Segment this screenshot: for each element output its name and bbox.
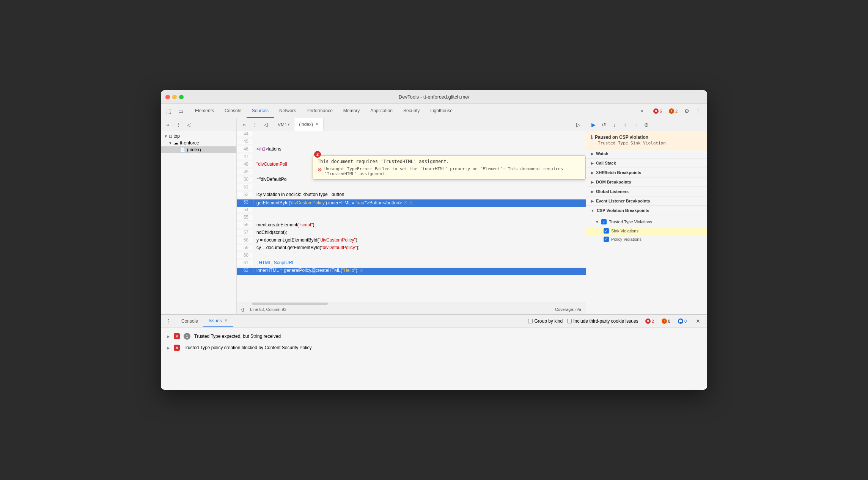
code-line-54: 54: [237, 207, 586, 215]
section-callstack-label: Call Stack: [596, 161, 616, 165]
tree-item-index[interactable]: 📄 (index): [161, 146, 236, 153]
navigate-icon[interactable]: ◁: [184, 120, 193, 129]
tab-elements[interactable]: Elements: [190, 104, 219, 118]
bottom-content: ▶ ✕ 1 Trusted Type expected, but String …: [161, 328, 707, 390]
run-snippet-icon[interactable]: ▷: [574, 120, 583, 129]
inspect-icon[interactable]: ⬚: [164, 107, 173, 116]
error-badge[interactable]: ✕ 6: [651, 108, 664, 115]
tab-application[interactable]: Application: [365, 104, 398, 118]
section-trusted-type[interactable]: ▼ ✓ Trusted Type Violations: [586, 217, 707, 227]
section-global[interactable]: ▶ Global Listeners: [586, 187, 707, 196]
third-party-checkbox[interactable]: [567, 319, 572, 323]
error-count: 6: [660, 109, 662, 113]
code-line-52: 52 icy violation in onclick: <button typ…: [237, 192, 586, 199]
section-global-label: Global Listeners: [596, 189, 629, 194]
three-dot-icon[interactable]: ⋮: [174, 120, 183, 129]
tree-item-tt-enforced[interactable]: ▼ ☁ tt-enforce: [161, 140, 236, 146]
deactivate-button[interactable]: ⊘: [642, 121, 651, 129]
tree-item-top[interactable]: ▼ □ top: [161, 133, 236, 140]
tab-issues-close[interactable]: ✕: [224, 318, 228, 323]
issue-badge-1: ✕: [174, 333, 180, 339]
close-bottom-panel-icon[interactable]: ✕: [693, 317, 703, 326]
step-button[interactable]: →: [632, 121, 640, 129]
group-by-kind-label[interactable]: Group by kind: [528, 318, 563, 324]
code-line-55: 55: [237, 215, 586, 222]
checkbox-trusted[interactable]: ✓: [601, 219, 607, 224]
scrollbar-thumb[interactable]: [252, 303, 328, 305]
code-line-58: 58 y = document.getElementById("divCusto…: [237, 237, 586, 245]
tab-lighthouse[interactable]: Lighthouse: [425, 104, 458, 118]
tab-console-bottom[interactable]: Console: [176, 315, 203, 327]
tab-issues-label: Issues: [209, 318, 222, 323]
issue-expand-2[interactable]: ▶: [167, 346, 170, 350]
checkbox-policy[interactable]: ✓: [604, 237, 609, 242]
tree-label-tt: tt-enforce: [180, 140, 199, 146]
code-line-56: 56 ment.createElement("script");: [237, 222, 586, 230]
tab-vm17[interactable]: VM17: [273, 118, 294, 131]
device-icon[interactable]: ▭: [176, 107, 185, 116]
source-options-icon[interactable]: ⋮: [250, 120, 259, 129]
group-by-kind-checkbox[interactable]: [528, 319, 533, 323]
minimize-button[interactable]: [172, 95, 177, 99]
code-line-57: 57 ndChild(script);: [237, 230, 586, 237]
tab-memory[interactable]: Memory: [338, 104, 365, 118]
tooltip-badge: 2: [314, 151, 321, 158]
section-callstack[interactable]: ▶ Call Stack: [586, 158, 707, 168]
section-event[interactable]: ▶ Event Listener Breakpoints: [586, 196, 707, 206]
settings-icon[interactable]: ⚙: [682, 107, 691, 116]
close-button[interactable]: [165, 95, 170, 99]
warning-badge[interactable]: ! 2: [667, 108, 680, 115]
section-sink-violations[interactable]: ✓ Sink Violations: [586, 227, 707, 235]
issue-row-1[interactable]: ▶ ✕ 1 Trusted Type expected, but String …: [161, 331, 707, 342]
bottom-more-icon[interactable]: ⋮: [164, 317, 173, 326]
tab-security[interactable]: Security: [398, 104, 425, 118]
issue-row-2[interactable]: ▶ ✕ Trusted Type policy creation blocked…: [161, 342, 707, 353]
devtools-body: » ⋮ ◁ ▼ □ top ▼ ☁ tt-enforce: [161, 118, 707, 314]
horizontal-scrollbar[interactable]: [237, 302, 586, 305]
source-navigate-icon[interactable]: ◁: [261, 120, 270, 129]
more-sources-icon[interactable]: »: [240, 120, 249, 129]
section-csp[interactable]: ▼ CSP Violation Breakpoints: [586, 206, 707, 215]
section-dom[interactable]: ▶ DOM Breakpoints: [586, 177, 707, 187]
resume-button[interactable]: ▶: [589, 121, 598, 129]
section-watch[interactable]: ▶ Watch: [586, 149, 707, 158]
code-scroll[interactable]: 44 45 46 </h1>lations: [237, 131, 586, 302]
step-over-button[interactable]: ↺: [600, 121, 608, 129]
maximize-button[interactable]: [179, 95, 184, 99]
arrow-dom: ▶: [591, 180, 594, 184]
tab-issues[interactable]: Issues ✕: [203, 315, 233, 327]
code-lines: 44 45 46 </h1>lations: [237, 131, 586, 275]
error-icon: ✕: [653, 108, 659, 114]
third-party-label[interactable]: Include third-party cookie issues: [567, 318, 638, 324]
right-panel: ▶ ↺ ↓ ↑ → ⊘ ℹ Paused on CSP violation Tr…: [586, 118, 707, 314]
main-content: » ⋮ ◁ VM17 (index) ✕ ▷: [237, 118, 586, 314]
tab-index[interactable]: (index) ✕: [294, 118, 324, 131]
status-bar: {} Line 53, Column 93 Coverage: n/a: [237, 305, 586, 314]
section-watch-label: Watch: [596, 151, 609, 156]
checkbox-sink[interactable]: ✓: [604, 228, 609, 234]
csp-alert: ℹ Paused on CSP violation Trusted Type S…: [586, 131, 707, 149]
section-policy-violations[interactable]: ✓ Policy Violations: [586, 235, 707, 243]
arrow-csp: ▼: [591, 209, 594, 213]
section-xhr[interactable]: ▶ XHR/fetch Breakpoints: [586, 168, 707, 177]
more-tabs-button[interactable]: »: [635, 108, 649, 114]
tab-console[interactable]: Console: [219, 104, 247, 118]
arrow-watch: ▶: [591, 152, 594, 156]
tab-network[interactable]: Network: [274, 104, 301, 118]
right-sections: ▶ Watch ▶ Call Stack ▶ XHR/fetch Breakpo…: [586, 149, 707, 314]
issue-expand-1[interactable]: ▶: [167, 334, 170, 339]
bottom-error-count: 2: [652, 319, 654, 323]
tab-sources[interactable]: Sources: [247, 104, 274, 118]
section-csp-label: CSP Violation Breakpoints: [597, 208, 649, 213]
more-options-left-icon[interactable]: »: [163, 120, 172, 129]
section-dom-label: DOM Breakpoints: [596, 180, 631, 184]
step-into-button[interactable]: ↓: [610, 121, 619, 129]
step-out-button[interactable]: ↑: [621, 121, 629, 129]
more-options-icon[interactable]: ⋮: [693, 107, 703, 116]
tab-performance[interactable]: Performance: [301, 104, 338, 118]
cursor-position: Line 53, Column 93: [250, 307, 286, 312]
tooltip-line1: This document requires 'TrustedHTML' ass…: [318, 159, 581, 164]
window-title: DevTools - tt-enforced.glitch.me/: [399, 94, 469, 100]
tab-index-close[interactable]: ✕: [315, 122, 319, 127]
format-icon[interactable]: {}: [241, 307, 244, 312]
